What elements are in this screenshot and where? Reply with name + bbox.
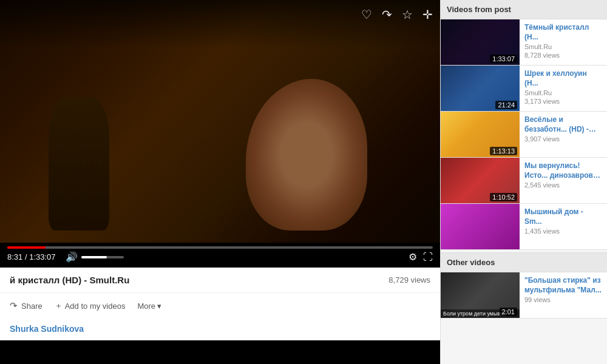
sidebar-video-card-3[interactable]: 1:10:52 Мы вернулись! Исто... динозавров…	[441, 158, 607, 204]
from-post-title: Videos from post	[441, 0, 607, 19]
settings-icon[interactable]: ⚙	[409, 251, 417, 263]
video-controls: 8:31 / 1:33:07 🔊 ⚙ ⛶	[0, 243, 440, 268]
more-label: More	[137, 302, 155, 311]
add-to-videos-button[interactable]: ＋ Add to my videos	[55, 298, 133, 314]
sidebar-video-card-4[interactable]: Мышиный дом - Sm... 1,435 views	[441, 204, 607, 250]
volume-fill	[81, 256, 107, 258]
controls-row: 8:31 / 1:33:07 🔊 ⚙ ⛶	[7, 251, 433, 263]
heart-icon[interactable]: ♡	[361, 7, 372, 22]
thumb-wrap-2: 1:13:13	[441, 112, 520, 157]
card-views-0: 8,728 views	[524, 52, 602, 59]
video-action-icons: ♡ ↷ ☆ ✛	[361, 7, 433, 22]
thumb-wrap-4	[441, 204, 520, 249]
other-videos-title: Other videos	[441, 252, 607, 272]
share-action-icon: ↷	[10, 300, 18, 311]
thumb-wrap-0: 1:33:07	[441, 19, 520, 65]
sidebar-other-card-0[interactable]: Боли утром дети умывая 2:01 "Большая сти…	[441, 272, 607, 318]
duration-2: 1:13:13	[490, 147, 517, 155]
current-time: 8:31	[7, 252, 22, 261]
card-info-3: Мы вернулись! Исто... динозавров (HD) - …	[520, 158, 607, 203]
creature-center	[246, 79, 367, 231]
card-views-1: 3,173 views	[524, 98, 602, 105]
star-icon[interactable]: ☆	[402, 7, 413, 22]
add-label: Add to my videos	[65, 302, 126, 311]
promo-duration-0: 2:01	[500, 308, 517, 316]
card-title-0: Тёмный кристалл (H...	[524, 23, 602, 42]
card-title-1: Шрек и хеллоуин (H...	[524, 69, 602, 88]
card-channel-1: Smult.Ru	[524, 89, 602, 96]
thumb-wrap-1: 21:24	[441, 66, 520, 111]
card-title-2: Весёлые и беззаботн... (HD) - Smult.Ru	[524, 115, 602, 134]
chevron-down-icon: ▾	[157, 302, 161, 311]
thumbnail-4	[441, 204, 520, 249]
share-icon[interactable]: ↷	[382, 7, 392, 22]
promo-card-title-0: "Большая стирка" из мультфильма "Мал...	[524, 276, 602, 295]
share-button[interactable]: ↷ Share	[10, 298, 50, 314]
card-views-3: 2,545 views	[524, 181, 602, 189]
sidebar: Videos from post 1:33:07 Тёмный кристалл…	[440, 0, 607, 364]
more-button[interactable]: More ▾	[137, 299, 161, 313]
promo-card-views-0: 99 views	[524, 296, 602, 303]
video-scene	[0, 0, 440, 243]
promo-card-info-0: "Большая стирка" из мультфильма "Мал... …	[520, 272, 607, 318]
add-icon[interactable]: ✛	[422, 7, 433, 22]
card-title-4: Мышиный дом - Sm...	[524, 207, 602, 226]
card-title-3: Мы вернулись! Исто... динозавров (HD) - …	[524, 161, 602, 180]
card-info-1: Шрек и хеллоуин (H... Smult.Ru 3,173 vie…	[520, 66, 607, 111]
view-count: 8,729 views	[388, 275, 430, 285]
progress-fill	[7, 246, 46, 249]
card-info-4: Мышиный дом - Sm... 1,435 views	[520, 204, 607, 249]
duration-0: 1:33:07	[490, 55, 517, 63]
card-views-4: 1,435 views	[524, 228, 602, 235]
volume-area: 🔊	[66, 251, 124, 263]
volume-icon[interactable]: 🔊	[66, 251, 78, 263]
duration-1: 21:24	[495, 101, 517, 109]
thumb-wrap-3: 1:10:52	[441, 158, 520, 203]
progress-row	[7, 246, 433, 249]
add-plus-icon: ＋	[55, 300, 63, 311]
card-info-2: Весёлые и беззаботн... (HD) - Smult.Ru 3…	[520, 112, 607, 157]
video-info-bar: й кристалл (HD) - Smult.Ru 8,729 views	[0, 268, 440, 292]
volume-bar[interactable]	[81, 256, 124, 258]
promo-thumb-wrap-0: Боли утром дети умывая 2:01	[441, 272, 520, 318]
total-time: 1:33:07	[29, 252, 55, 261]
duration-3: 1:10:52	[490, 193, 517, 201]
card-channel-0: Smult.Ru	[524, 43, 602, 50]
progress-bar[interactable]	[7, 246, 433, 249]
channel-name[interactable]: Shurka Sudnikova	[10, 324, 84, 334]
share-label: Share	[21, 302, 42, 311]
time-display: 8:31 / 1:33:07	[7, 252, 56, 261]
video-title: й кристалл (HD) - Smult.Ru	[10, 275, 129, 285]
scene-overlay	[0, 0, 440, 243]
fullscreen-icon[interactable]: ⛶	[423, 252, 433, 263]
sidebar-video-card-2[interactable]: 1:13:13 Весёлые и беззаботн... (HD) - Sm…	[441, 112, 607, 158]
card-views-2: 3,907 views	[524, 135, 602, 143]
video-actions-bar: ↷ Share ＋ Add to my videos More ▾	[0, 292, 440, 320]
card-info-0: Тёмный кристалл (H... Smult.Ru 8,728 vie…	[520, 19, 607, 65]
sidebar-video-card-0[interactable]: 1:33:07 Тёмный кристалл (H... Smult.Ru 8…	[441, 19, 607, 66]
sidebar-video-card-1[interactable]: 21:24 Шрек и хеллоуин (H... Smult.Ru 3,1…	[441, 66, 607, 112]
video-player: ♡ ↷ ☆ ✛ 8:31 / 1:33:07 🔊	[0, 0, 440, 364]
character-left	[49, 97, 109, 231]
channel-row: Shurka Sudnikova	[0, 320, 440, 340]
video-viewport[interactable]: ♡ ↷ ☆ ✛	[0, 0, 440, 243]
